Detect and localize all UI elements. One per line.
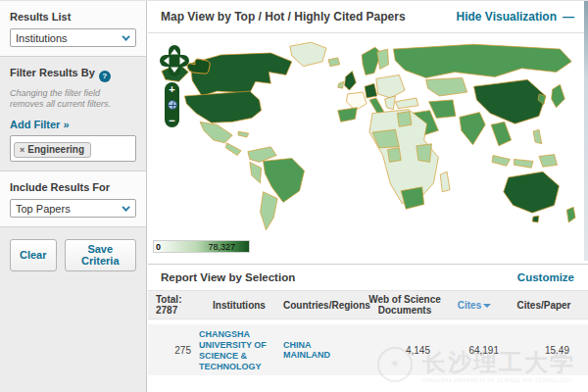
row-cites: 64,191 [442,345,507,356]
main-panel: Map View by Top / Hot / Highly Cited Pap… [148,1,588,392]
map-country-philippines[interactable] [533,129,542,144]
map-country-central-america[interactable] [225,143,241,156]
active-filters-box: ×Engineering [10,135,136,162]
help-icon[interactable]: ? [99,71,111,82]
map-country-balkans[interactable] [385,96,396,110]
row-count: 275 [154,345,195,356]
map-country-usa[interactable] [184,91,261,122]
map-country-ireland[interactable] [338,81,344,88]
filter-tag-engineering[interactable]: ×Engineering [14,142,91,158]
world-choropleth-map[interactable] [158,39,579,235]
map-country-iran[interactable] [429,100,456,119]
total-header: Total: 2787 [154,294,195,316]
map-country-nigeria[interactable] [388,148,402,163]
col-header-documents: Web of Science Documents [368,294,442,316]
map-country-cuba[interactable] [238,131,249,137]
map-country-india[interactable] [460,113,485,145]
scrollbar[interactable] [584,1,588,261]
col-header-cites-sort[interactable]: Cites [442,300,507,311]
map-country-east-africa[interactable] [416,144,432,163]
map-country-new-guinea[interactable] [539,155,558,168]
row-country: CHINA MAINLAND [283,340,368,360]
results-list-section: Results List Institutions [0,1,146,57]
map-country-finland[interactable] [377,49,389,70]
zoom-out-button[interactable]: − [169,116,174,125]
map-country-iceland[interactable] [328,58,340,67]
map-country-greenland[interactable] [290,42,326,66]
chevron-down-icon [122,32,129,40]
report-section: Report View by Selection Customize Total… [148,264,588,375]
col-header-countries: Countries/Regions [283,300,368,311]
map-country-egypt[interactable] [397,112,412,127]
col-header-institutions: Institutions [195,300,283,311]
zoom-in-button[interactable]: + [169,84,174,94]
map-country-indonesia-east[interactable] [514,159,534,168]
table-header-row: Total: 2787 Institutions Countries/Regio… [148,290,588,319]
map-view-title: Map View by Top / Hot / Highly Cited Pap… [161,10,406,24]
globe-reset-icon[interactable] [168,100,177,110]
map-country-kazakhstan[interactable] [426,77,467,96]
map-country-australia[interactable] [504,172,560,213]
save-criteria-button[interactable]: Save Criteria [65,239,136,271]
map-country-mexico[interactable] [200,122,232,143]
map-country-se-asia[interactable] [491,122,512,145]
hide-visualization-text: Hide Visualization [457,10,557,24]
institution-link[interactable]: CHANGSHA UNIVERSITY OF SCIENCE & TECHNOL… [199,329,267,371]
country-link[interactable]: CHINA MAINLAND [283,340,340,360]
include-results-selected-value: Top Papers [16,203,71,215]
map-country-madagascar[interactable] [440,172,450,192]
col-header-cites-paper: Cites/Paper [507,300,581,311]
filter-results-by-label: Filter Results By? [10,67,136,82]
collapse-dash-icon: — [563,10,574,24]
map-country-new-zealand[interactable] [566,207,575,222]
map-country-turkey[interactable] [395,98,417,109]
include-results-dropdown[interactable]: Top Papers [10,199,136,218]
map-zoom-control: + − [165,82,179,127]
map-country-tasmania[interactable] [532,216,539,222]
row-cites-per-paper: 15.49 [507,345,581,356]
watermark-caption: CHANGSHA UNIVERSITY OF SCIENCE AND TECHN… [422,378,571,383]
results-list-label: Results List [10,11,136,23]
report-header: Report View by Selection Customize [148,265,588,290]
world-map-region: + − 0 78,327 [148,33,588,264]
clear-button[interactable]: Clear [10,239,57,271]
cites-sort-label: Cites [458,300,481,311]
map-country-china[interactable] [474,79,546,123]
esi-application-window: Results List Institutions Filter Results… [0,0,588,392]
map-country-west-africa[interactable] [372,129,399,148]
map-country-spain[interactable] [338,108,358,122]
map-country-uk[interactable] [345,72,357,91]
row-documents: 4,145 [368,345,442,356]
table-row: 275 CHANGSHA UNIVERSITY OF SCIENCE & TEC… [148,324,588,375]
add-filter-link[interactable]: Add Filter » [10,119,70,130]
hand-cursor-icon [185,55,211,76]
map-country-south-africa[interactable] [401,187,423,209]
row-institution: CHANGSHA UNIVERSITY OF SCIENCE & TECHNOL… [195,328,283,371]
include-results-label: Include Results For [10,181,136,193]
include-results-section: Include Results For Top Papers [0,172,146,227]
map-country-japan[interactable] [552,84,565,107]
visualization-header: Map View by Top / Hot / Highly Cited Pap… [148,1,588,33]
sidebar-buttons: Clear Save Criteria [0,227,146,283]
map-country-argentina[interactable] [261,192,278,230]
total-label: Total: [156,294,195,305]
map-country-scandinavia[interactable] [362,47,381,74]
map-country-peru[interactable] [250,162,262,183]
choropleth-legend: 0 78,327 [153,240,250,253]
customize-link[interactable]: Customize [517,271,574,283]
filter-tag-label: Engineering [27,144,84,155]
report-title: Report View by Selection [161,271,295,283]
map-country-russia[interactable] [393,44,571,77]
remove-tag-icon[interactable]: × [20,145,24,155]
hide-visualization-link[interactable]: Hide Visualization— [457,10,574,24]
total-value: 2787 [156,305,195,316]
map-country-germany[interactable] [365,83,377,98]
legend-min-value: 0 [156,242,161,252]
filter-results-by-text: Filter Results By [10,67,95,78]
map-country-eastern-europe[interactable] [376,74,405,97]
results-list-dropdown[interactable]: Institutions [10,28,136,47]
map-country-colombia[interactable] [248,147,276,163]
map-country-indonesia-west[interactable] [492,156,511,167]
chevron-down-icon [122,203,129,211]
sort-descending-icon [483,304,491,308]
